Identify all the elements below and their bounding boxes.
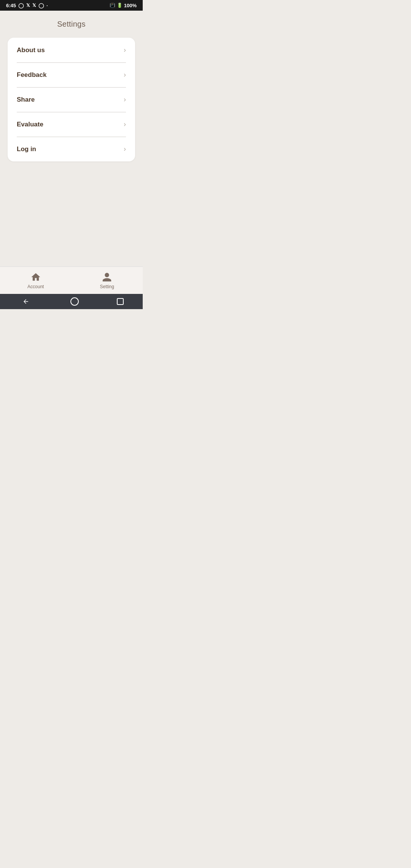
twitter-icon-1: 𝕏 bbox=[26, 3, 30, 8]
home-icon bbox=[30, 272, 41, 282]
settings-card: About us › Feedback › Share › Evaluate ›… bbox=[8, 38, 135, 161]
facebook-icon-1: ◯ bbox=[18, 3, 24, 8]
nav-account-label: Account bbox=[27, 284, 44, 289]
nav-setting-label: Setting bbox=[100, 284, 114, 289]
feedback-label: Feedback bbox=[17, 71, 46, 79]
bottom-nav: Account Setting bbox=[0, 266, 143, 294]
log-in-chevron-icon: › bbox=[124, 145, 126, 153]
status-right: 📳 🔋 100% bbox=[110, 3, 137, 8]
evaluate-chevron-icon: › bbox=[124, 120, 126, 128]
share-chevron-icon: › bbox=[124, 96, 126, 104]
log-in-label: Log in bbox=[17, 145, 36, 153]
status-bar: 6:45 ◯ 𝕏 𝕏 ◯ · 📳 🔋 100% bbox=[0, 0, 143, 11]
android-nav-bar bbox=[0, 294, 143, 309]
status-time: 6:45 bbox=[6, 3, 16, 8]
back-button[interactable] bbox=[19, 295, 33, 308]
about-us-chevron-icon: › bbox=[124, 46, 126, 54]
nav-account[interactable]: Account bbox=[0, 267, 72, 294]
nav-setting[interactable]: Setting bbox=[72, 267, 143, 294]
home-button[interactable] bbox=[70, 297, 79, 306]
main-content: Settings About us › Feedback › Share › E… bbox=[0, 11, 143, 266]
facebook-icon-2: ◯ bbox=[38, 3, 44, 8]
battery-text: 100% bbox=[124, 3, 137, 8]
evaluate-item[interactable]: Evaluate › bbox=[8, 112, 135, 137]
battery-icon: 🔋 bbox=[117, 3, 123, 8]
status-left: 6:45 ◯ 𝕏 𝕏 ◯ · bbox=[6, 3, 48, 8]
feedback-chevron-icon: › bbox=[124, 71, 126, 79]
feedback-item[interactable]: Feedback › bbox=[8, 62, 135, 87]
log-in-item[interactable]: Log in › bbox=[8, 137, 135, 161]
about-us-item[interactable]: About us › bbox=[8, 38, 135, 62]
recents-button[interactable] bbox=[117, 298, 124, 305]
dot-icon: · bbox=[46, 3, 48, 8]
twitter-icon-2: 𝕏 bbox=[32, 3, 36, 8]
evaluate-label: Evaluate bbox=[17, 121, 43, 128]
about-us-label: About us bbox=[17, 46, 45, 54]
page-title: Settings bbox=[8, 20, 135, 29]
vibrate-icon: 📳 bbox=[110, 3, 115, 8]
share-label: Share bbox=[17, 96, 35, 104]
person-icon bbox=[102, 272, 112, 282]
share-item[interactable]: Share › bbox=[8, 87, 135, 112]
